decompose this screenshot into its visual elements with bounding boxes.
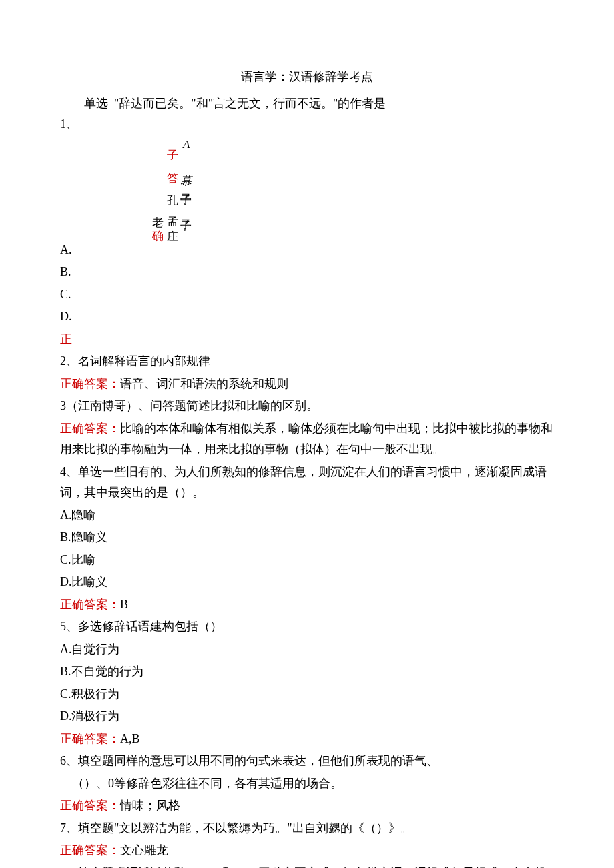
q8-stem: 8、填空题虚词通过修辞、（）和（）三种主要方式，把各类实词、词组或句子组成一个有…: [60, 863, 554, 869]
q5-answer-line: 正确答案：A,B: [60, 729, 554, 750]
vcol-meng: 孟: [163, 207, 183, 209]
q5-answer-text: A,B: [120, 732, 140, 745]
q2-answer-label: 正确答案：: [60, 377, 120, 390]
q4-option-d: D.比喻义: [60, 572, 554, 593]
q1-stem-text: "辞达而已矣。"和"言之无文，行而不远。"的作者是: [114, 97, 386, 110]
q3-answer-line: 正确答案：比喻的本体和喻体有相似关系，喻体必须在比喻句中出现；比拟中被比拟的事物…: [60, 418, 554, 460]
q3-answer-text: 比喻的本体和喻体有相似关系，喻体必须在比喻句中出现；比拟中被比拟的事物和用来比拟…: [60, 422, 553, 456]
q1-option-c: C.: [60, 284, 554, 306]
q7-answer-line: 正确答案：文心雕龙: [60, 840, 554, 861]
document-title: 语言学：汉语修辞学考点: [60, 67, 554, 88]
q6-answer-text: 情味；风格: [120, 799, 180, 812]
q5-option-a: A.自觉行为: [60, 639, 554, 661]
vcol-zizi1: 子子: [176, 185, 196, 187]
q2-stem: 2、名词解释语言的内部规律: [60, 351, 554, 372]
q7-answer-text: 文心雕龙: [120, 843, 168, 857]
q1-vertical-decor: 子 答 A 幕 孔 老 孟 确 子子 庄 子子: [133, 138, 554, 238]
q2-answer-text: 语音、词汇和语法的系统和规则: [120, 377, 288, 390]
q4-option-a: A.隐喻: [60, 505, 554, 526]
q6-answer-line: 正确答案：情味；风格: [60, 795, 554, 817]
q1-option-b: B.: [60, 262, 554, 283]
q7-answer-label: 正确答案：: [60, 843, 120, 857]
q4-option-b: B.隐喻义: [60, 527, 554, 548]
q6-stem-line1: 6、填空题同样的意思可以用不同的句式来表达，但他们所表现的语气、: [60, 751, 554, 772]
q6-answer-label: 正确答案：: [60, 799, 120, 812]
q1-option-a: A.: [60, 240, 554, 261]
vcol-zizi2: 子子: [176, 210, 196, 213]
q5-option-c: C.积极行为: [60, 684, 554, 705]
q5-stem: 5、多选修辞话语建构包括（）: [60, 616, 554, 638]
q1-option-d: D.: [60, 306, 554, 328]
q3-answer-label: 正确答案：: [60, 422, 120, 435]
q7-stem: 7、填空题"文以辨洁为能，不以繁缛为巧。"出自刘勰的《（）》。: [60, 818, 554, 839]
vcol-amu: A 幕: [176, 138, 196, 167]
q1-type-label: 单选: [84, 97, 108, 110]
q5-option-d: D.消极行为: [60, 706, 554, 727]
q2-answer-line: 正确答案：语音、词汇和语法的系统和规则: [60, 374, 554, 395]
q4-stem: 4、单选一些旧有的、为人们所熟知的修辞信息，则沉淀在人们的语言习惯中，逐渐凝固成…: [60, 462, 554, 504]
q3-stem: 3（江南博哥）、问答题简述比拟和比喻的区别。: [60, 396, 554, 417]
q1-number: 1、: [60, 114, 554, 135]
q5-answer-label: 正确答案：: [60, 732, 120, 745]
q1-zheng: 正: [60, 329, 554, 350]
q1-stem-line: 单选 "辞达而已矣。"和"言之无文，行而不远。"的作者是: [60, 93, 554, 115]
vcol-zhuang: 庄: [163, 221, 183, 222]
q6-stem-line2: （）、0等修辞色彩往往不同，各有其适用的场合。: [60, 773, 554, 795]
q4-answer-label: 正确答案：: [60, 598, 120, 611]
q5-option-b: B.不自觉的行为: [60, 661, 554, 683]
q4-answer-line: 正确答案：B: [60, 594, 554, 616]
q4-option-c: C.比喻: [60, 550, 554, 571]
q4-answer-text: B: [120, 598, 128, 611]
